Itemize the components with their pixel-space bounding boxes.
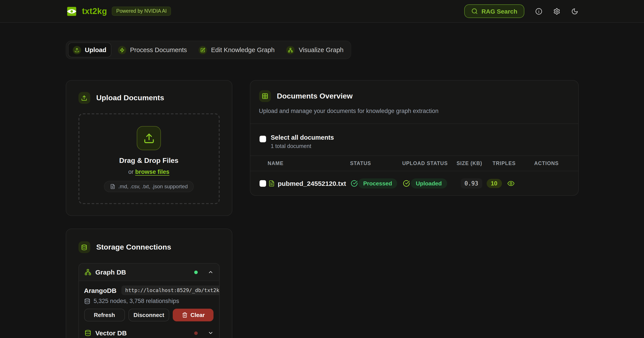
chevron-up-icon[interactable] <box>208 269 213 275</box>
upload-card-header: Upload Documents <box>78 92 220 104</box>
clear-button[interactable]: Clear <box>173 309 214 321</box>
vector-db-section-toggle[interactable]: Vector DB <box>79 323 219 338</box>
graph-db-section-toggle[interactable]: Graph DB <box>79 264 219 281</box>
tab-label: Visualize Graph <box>299 46 344 53</box>
screen: txt2kg Powered by NVIDIA AI RAG Search <box>0 0 644 338</box>
size-value: 0.93 <box>460 178 482 188</box>
powered-badge: Powered by NVIDIA AI <box>112 6 171 16</box>
supported-formats-text: .md, .csv, .txt, .json supported <box>118 183 188 189</box>
header-actions: RAG Search <box>464 4 578 18</box>
zap-icon <box>118 46 126 54</box>
left-column: Upload Documents Drag & Drop Files or br… <box>66 80 232 338</box>
vector-db-label: Vector DB <box>95 329 127 337</box>
brand-group: txt2kg Powered by NVIDIA AI <box>66 5 171 17</box>
docs-card-title: Documents Overview <box>277 92 353 101</box>
check-circle-icon <box>350 180 358 187</box>
storage-panel: Graph DB ArangoDB http://localhost:8529/… <box>78 263 220 338</box>
dropzone[interactable]: Drag & Drop Files or browse files .md, .… <box>78 113 220 204</box>
dropzone-title: Drag & Drop Files <box>119 157 178 165</box>
graph-db-actions: Refresh Disconnect Clear <box>84 309 214 321</box>
refresh-button[interactable]: Refresh <box>84 309 125 321</box>
status-badge: Processed <box>358 178 398 188</box>
table-icon <box>259 90 271 102</box>
vector-db-status-dot <box>194 331 198 335</box>
graph-db-url: http://localhost:8529/_db/txt2kg <box>121 286 220 295</box>
database-icon <box>84 330 91 336</box>
moon-icon[interactable] <box>571 8 578 15</box>
column-header-triples: TRIPLES <box>492 161 516 166</box>
database-icon <box>78 241 90 253</box>
select-all-section: Select all documents 1 total document <box>250 124 578 156</box>
upload-status-badge: Uploaded <box>410 178 447 188</box>
rag-search-button[interactable]: RAG Search <box>464 4 524 18</box>
clear-button-label: Clear <box>190 312 205 318</box>
upload-icon <box>137 126 161 150</box>
select-all-label: Select all documents <box>271 134 334 141</box>
tab-bar: Upload Process Documents Edit Knowledge … <box>66 41 351 59</box>
nvidia-logo-icon <box>66 5 77 17</box>
upload-icon <box>72 46 81 54</box>
column-header-actions: ACTIONS <box>534 161 559 166</box>
upload-card-title: Upload Documents <box>96 93 164 102</box>
tab-visualize-graph[interactable]: Visualize Graph <box>281 43 349 57</box>
graph-db-stats-row: 5,325 nodes, 3,758 relationships <box>84 298 214 304</box>
or-text: or <box>128 169 134 175</box>
document-name: pubmed_24552120.txt <box>278 179 346 187</box>
app-header: txt2kg Powered by NVIDIA AI RAG Search <box>0 0 644 23</box>
column-header-name: NAME <box>268 161 284 166</box>
table-row: pubmed_24552120.txt Processed Uploaded 0… <box>250 171 578 195</box>
tab-edit-knowledge-graph[interactable]: Edit Knowledge Graph <box>194 43 280 57</box>
dropzone-subtitle: or browse files <box>128 169 170 175</box>
supported-formats-pill: .md, .csv, .txt, .json supported <box>104 181 194 192</box>
info-icon[interactable] <box>535 8 542 15</box>
storage-card-title: Storage Connections <box>96 243 171 252</box>
storage-connections-card: Storage Connections Graph DB <box>66 229 232 338</box>
trash-icon <box>182 312 188 318</box>
select-all-checkbox[interactable] <box>259 136 266 142</box>
graph-db-details: ArangoDB http://localhost:8529/_db/txt2k… <box>79 281 219 323</box>
docs-card-subtitle: Upload and manage your documents for kno… <box>259 108 569 114</box>
select-all-count: 1 total document <box>271 143 334 149</box>
tab-label: Edit Knowledge Graph <box>211 46 275 53</box>
rag-search-label: RAG Search <box>482 8 517 15</box>
eye-icon[interactable] <box>507 179 514 187</box>
content-grid: Upload Documents Drag & Drop Files or br… <box>66 80 578 338</box>
docs-card-header: Documents Overview Upload and manage you… <box>250 81 578 124</box>
triples-count-badge: 10 <box>486 179 502 188</box>
graph-db-provider: ArangoDB <box>84 287 116 294</box>
disconnect-button[interactable]: Disconnect <box>128 309 170 321</box>
column-header-status: STATUS <box>350 161 371 166</box>
app-title: txt2kg <box>82 6 107 16</box>
network-icon <box>286 46 295 54</box>
check-circle-icon <box>403 180 410 187</box>
graph-db-stats: 5,325 nodes, 3,758 relationships <box>94 298 179 304</box>
gear-icon[interactable] <box>553 8 560 15</box>
database-icon <box>84 298 90 304</box>
app-window: txt2kg Powered by NVIDIA AI RAG Search <box>0 0 644 338</box>
graph-db-provider-row: ArangoDB http://localhost:8529/_db/txt2k… <box>84 286 214 295</box>
main-content: Upload Process Documents Edit Knowledge … <box>66 23 578 338</box>
tab-label: Process Documents <box>130 46 187 53</box>
graph-db-status-dot <box>194 270 198 274</box>
storage-card-header: Storage Connections <box>78 241 220 253</box>
documents-overview-card: Documents Overview Upload and manage you… <box>250 80 578 196</box>
network-icon <box>84 269 91 275</box>
graph-db-label: Graph DB <box>95 268 126 276</box>
file-text-icon <box>268 180 275 186</box>
upload-documents-card: Upload Documents Drag & Drop Files or br… <box>66 80 232 216</box>
file-icon <box>110 184 115 189</box>
select-all-text: Select all documents 1 total document <box>271 134 334 156</box>
search-icon <box>472 8 478 14</box>
tab-upload[interactable]: Upload <box>68 42 111 57</box>
chevron-down-icon[interactable] <box>208 330 213 336</box>
row-checkbox[interactable] <box>259 180 266 186</box>
column-header-size: SIZE (KB) <box>456 161 482 166</box>
column-header-upload-status: UPLOAD STATUS <box>402 161 448 166</box>
tab-label: Upload <box>85 46 106 53</box>
upload-icon <box>78 92 90 104</box>
tab-process-documents[interactable]: Process Documents <box>112 43 192 57</box>
table-header-row: NAME STATUS UPLOAD STATUS SIZE (KB) TRIP… <box>250 156 578 171</box>
browse-files-link[interactable]: browse files <box>135 169 170 175</box>
square-pen-icon <box>199 46 207 54</box>
